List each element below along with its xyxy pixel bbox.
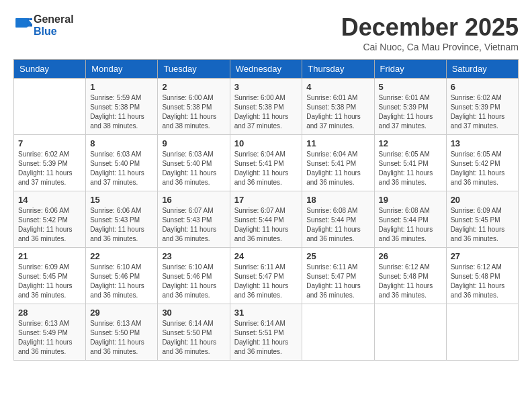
calendar-cell: 14Sunrise: 6:06 AMSunset: 5:42 PMDayligh… xyxy=(14,191,86,248)
calendar-cell: 30Sunrise: 6:14 AMSunset: 5:50 PMDayligh… xyxy=(158,304,230,361)
month-title: December 2025 xyxy=(341,13,519,42)
calendar-cell: 22Sunrise: 6:10 AMSunset: 5:46 PMDayligh… xyxy=(86,248,158,304)
day-number: 23 xyxy=(162,251,225,261)
day-number: 27 xyxy=(451,251,514,261)
calendar-cell: 11Sunrise: 6:04 AMSunset: 5:41 PMDayligh… xyxy=(302,135,374,191)
calendar-cell: 24Sunrise: 6:11 AMSunset: 5:47 PMDayligh… xyxy=(230,248,302,304)
day-number: 22 xyxy=(90,251,153,261)
day-number: 6 xyxy=(451,82,514,92)
day-info: Sunrise: 6:06 AMSunset: 5:43 PMDaylight:… xyxy=(90,206,153,244)
calendar-cell: 25Sunrise: 6:11 AMSunset: 5:47 PMDayligh… xyxy=(302,248,374,304)
calendar-week-row: 14Sunrise: 6:06 AMSunset: 5:42 PMDayligh… xyxy=(14,191,519,248)
day-info: Sunrise: 6:09 AMSunset: 5:45 PMDaylight:… xyxy=(451,206,514,244)
day-info: Sunrise: 6:07 AMSunset: 5:44 PMDaylight:… xyxy=(234,206,298,244)
calendar-cell xyxy=(302,304,374,361)
day-number: 16 xyxy=(162,195,225,205)
day-number: 24 xyxy=(234,251,298,261)
column-header-monday: Monday xyxy=(86,60,158,79)
day-number: 13 xyxy=(451,138,514,148)
logo-blue-text: Blue xyxy=(34,26,74,38)
calendar-cell: 28Sunrise: 6:13 AMSunset: 5:49 PMDayligh… xyxy=(14,304,86,361)
day-info: Sunrise: 6:14 AMSunset: 5:51 PMDaylight:… xyxy=(234,319,298,357)
day-info: Sunrise: 6:00 AMSunset: 5:38 PMDaylight:… xyxy=(162,93,225,131)
day-info: Sunrise: 6:12 AMSunset: 5:48 PMDaylight:… xyxy=(379,263,442,300)
day-number: 18 xyxy=(306,195,369,205)
calendar-week-row: 28Sunrise: 6:13 AMSunset: 5:49 PMDayligh… xyxy=(14,304,519,361)
day-number: 14 xyxy=(18,195,81,205)
day-info: Sunrise: 6:04 AMSunset: 5:41 PMDaylight:… xyxy=(234,150,298,187)
logo-name: General Blue xyxy=(34,13,74,37)
column-header-friday: Friday xyxy=(374,60,446,79)
day-info: Sunrise: 6:10 AMSunset: 5:46 PMDaylight:… xyxy=(162,263,225,300)
logo-general-text: General xyxy=(34,13,74,26)
day-info: Sunrise: 6:07 AMSunset: 5:43 PMDaylight:… xyxy=(162,206,225,244)
day-info: Sunrise: 5:59 AMSunset: 5:38 PMDaylight:… xyxy=(90,93,153,131)
day-number: 21 xyxy=(18,251,81,261)
logo: General Blue xyxy=(13,13,74,37)
day-number: 25 xyxy=(306,251,369,261)
day-number: 26 xyxy=(379,251,442,261)
calendar-cell: 19Sunrise: 6:08 AMSunset: 5:44 PMDayligh… xyxy=(374,191,446,248)
day-info: Sunrise: 6:11 AMSunset: 5:47 PMDaylight:… xyxy=(234,263,298,300)
calendar-week-row: 7Sunrise: 6:02 AMSunset: 5:39 PMDaylight… xyxy=(14,135,519,191)
day-info: Sunrise: 6:11 AMSunset: 5:47 PMDaylight:… xyxy=(306,263,369,300)
calendar-cell: 13Sunrise: 6:05 AMSunset: 5:42 PMDayligh… xyxy=(446,135,518,191)
day-info: Sunrise: 6:04 AMSunset: 5:41 PMDaylight:… xyxy=(306,150,369,187)
day-info: Sunrise: 6:05 AMSunset: 5:41 PMDaylight:… xyxy=(379,150,442,187)
day-number: 7 xyxy=(18,138,81,148)
day-number: 28 xyxy=(18,308,81,318)
calendar-cell: 31Sunrise: 6:14 AMSunset: 5:51 PMDayligh… xyxy=(230,304,302,361)
day-info: Sunrise: 6:08 AMSunset: 5:44 PMDaylight:… xyxy=(306,206,369,244)
calendar-cell: 26Sunrise: 6:12 AMSunset: 5:48 PMDayligh… xyxy=(374,248,446,304)
day-info: Sunrise: 6:06 AMSunset: 5:42 PMDaylight:… xyxy=(18,206,81,244)
day-info: Sunrise: 6:14 AMSunset: 5:50 PMDaylight:… xyxy=(162,319,225,357)
day-info: Sunrise: 6:13 AMSunset: 5:49 PMDaylight:… xyxy=(18,319,81,357)
calendar-header-row: SundayMondayTuesdayWednesdayThursdayFrid… xyxy=(14,60,519,79)
calendar-cell: 1Sunrise: 5:59 AMSunset: 5:38 PMDaylight… xyxy=(86,79,158,135)
calendar-cell: 20Sunrise: 6:09 AMSunset: 5:45 PMDayligh… xyxy=(446,191,518,248)
calendar-cell: 16Sunrise: 6:07 AMSunset: 5:43 PMDayligh… xyxy=(158,191,230,248)
calendar-cell: 21Sunrise: 6:09 AMSunset: 5:45 PMDayligh… xyxy=(14,248,86,304)
day-info: Sunrise: 6:08 AMSunset: 5:44 PMDaylight:… xyxy=(379,206,442,244)
calendar-cell: 12Sunrise: 6:05 AMSunset: 5:41 PMDayligh… xyxy=(374,135,446,191)
column-header-saturday: Saturday xyxy=(446,60,518,79)
calendar-cell: 8Sunrise: 6:03 AMSunset: 5:40 PMDaylight… xyxy=(86,135,158,191)
calendar-cell: 10Sunrise: 6:04 AMSunset: 5:41 PMDayligh… xyxy=(230,135,302,191)
day-number: 9 xyxy=(162,138,225,148)
day-number: 8 xyxy=(90,138,153,148)
day-number: 2 xyxy=(162,82,225,92)
calendar-week-row: 21Sunrise: 6:09 AMSunset: 5:45 PMDayligh… xyxy=(14,248,519,304)
day-info: Sunrise: 6:01 AMSunset: 5:38 PMDaylight:… xyxy=(306,93,369,131)
calendar-cell: 7Sunrise: 6:02 AMSunset: 5:39 PMDaylight… xyxy=(14,135,86,191)
day-number: 5 xyxy=(379,82,442,92)
calendar-cell xyxy=(14,79,86,135)
day-info: Sunrise: 6:03 AMSunset: 5:40 PMDaylight:… xyxy=(162,150,225,187)
calendar-cell: 3Sunrise: 6:00 AMSunset: 5:38 PMDaylight… xyxy=(230,79,302,135)
svg-marker-1 xyxy=(29,18,32,20)
day-number: 1 xyxy=(90,82,153,92)
day-number: 4 xyxy=(306,82,369,92)
day-number: 11 xyxy=(306,138,369,148)
day-info: Sunrise: 6:05 AMSunset: 5:42 PMDaylight:… xyxy=(451,150,514,187)
day-number: 10 xyxy=(234,138,298,148)
day-info: Sunrise: 6:03 AMSunset: 5:40 PMDaylight:… xyxy=(90,150,153,187)
day-number: 19 xyxy=(379,195,442,205)
day-number: 12 xyxy=(379,138,442,148)
calendar-cell: 18Sunrise: 6:08 AMSunset: 5:44 PMDayligh… xyxy=(302,191,374,248)
column-header-wednesday: Wednesday xyxy=(230,60,302,79)
day-number: 20 xyxy=(451,195,514,205)
calendar-cell: 2Sunrise: 6:00 AMSunset: 5:38 PMDaylight… xyxy=(158,79,230,135)
svg-rect-4 xyxy=(15,18,27,28)
calendar-cell: 15Sunrise: 6:06 AMSunset: 5:43 PMDayligh… xyxy=(86,191,158,248)
calendar-week-row: 1Sunrise: 5:59 AMSunset: 5:38 PMDaylight… xyxy=(14,79,519,135)
day-info: Sunrise: 6:02 AMSunset: 5:39 PMDaylight:… xyxy=(451,93,514,131)
calendar-table: SundayMondayTuesdayWednesdayThursdayFrid… xyxy=(13,59,519,361)
day-info: Sunrise: 6:01 AMSunset: 5:39 PMDaylight:… xyxy=(379,93,442,131)
column-header-thursday: Thursday xyxy=(302,60,374,79)
day-info: Sunrise: 6:13 AMSunset: 5:50 PMDaylight:… xyxy=(90,319,153,357)
calendar-cell: 9Sunrise: 6:03 AMSunset: 5:40 PMDaylight… xyxy=(158,135,230,191)
day-info: Sunrise: 6:09 AMSunset: 5:45 PMDaylight:… xyxy=(18,263,81,300)
page-header: General Blue December 2025 Cai Nuoc, Ca … xyxy=(13,13,519,52)
calendar-cell: 23Sunrise: 6:10 AMSunset: 5:46 PMDayligh… xyxy=(158,248,230,304)
column-header-tuesday: Tuesday xyxy=(158,60,230,79)
